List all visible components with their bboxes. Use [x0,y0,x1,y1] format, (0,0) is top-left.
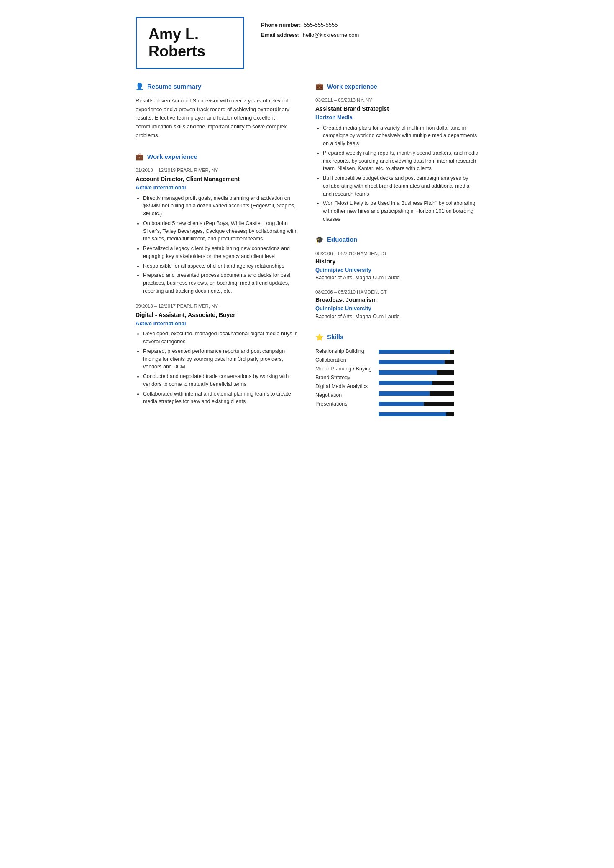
skills-section: ⭐ Skills Relationship BuildingCollaborat… [315,332,478,419]
work-meta: 09/2013 – 12/2017 PEARL RIVER, NY [136,303,299,310]
candidate-name: Amy L. Roberts [148,26,231,60]
skill-bar-bg [379,381,454,385]
edu-detail: Bachelor of Arts, Magna Cum Laude [315,313,478,321]
right-column: 💼 Work experience 03/2011 – 09/2013 NY, … [315,82,478,430]
skill-bar-fill [379,402,424,406]
work-bullet-item: Collaborated with internal and external … [143,390,299,406]
education-icon: 🎓 [315,235,324,245]
work-job-title: Account Director, Client Management [136,175,299,184]
skill-bar-bg [379,350,454,354]
summary-title: 👤 Resume summary [136,82,299,92]
skill-bar-row [379,358,478,366]
skill-bar-bg [379,391,454,396]
skill-bar-row [379,347,478,356]
email-label: Email address: [261,32,300,38]
work-bullet-item: On boarded 5 new clients (Pep Boys, Whit… [143,220,299,243]
work-bullet-item: Prepared, presented performance reports … [143,347,299,371]
header: Amy L. Roberts Phone number: 555-555-555… [136,17,478,69]
work-bullet-item: Won "Most Likely to be Used in a Busines… [323,199,478,223]
work-bullet-item: Built competitive budget decks and post … [323,174,478,198]
edu-entry: 08/2006 – 05/2010 HAMDEN, CTBroadcast Jo… [315,288,478,321]
skill-bar-fill [379,391,430,396]
edu-meta: 08/2006 – 05/2010 HAMDEN, CT [315,250,478,257]
work-bullets: Created media plans for a variety of mul… [315,124,478,223]
work-bullet-item: Conducted and negotiated trade conversat… [143,373,299,388]
education-section: 🎓 Education 08/2006 – 05/2010 HAMDEN, CT… [315,235,478,321]
skill-bar-bg [379,412,454,416]
skill-bar-bg [379,360,454,364]
left-column: 👤 Resume summary Results-driven Account … [136,82,299,430]
work-bullet-item: Prepared weekly rating reports, monthly … [323,149,478,173]
skill-bar-row [379,389,478,398]
skills-title: ⭐ Skills [315,332,478,342]
work-bullets: Directly managed profit goals, media pla… [136,194,299,295]
education-entries: 08/2006 – 05/2010 HAMDEN, CTHistoryQuinn… [315,250,478,321]
skill-bar-row [379,368,478,377]
skill-label: Presentations [315,400,372,408]
two-column-layout: 👤 Resume summary Results-driven Account … [136,82,478,430]
skill-bar-fill [379,360,445,364]
edu-degree: Broadcast Journalism [315,296,478,304]
edu-detail: Bachelor of Arts, Magna Cum Laude [315,274,478,282]
work-bullet-item: Prepared and presented process documents… [143,271,299,295]
phone-value: 555-555-5555 [304,22,338,28]
right-work-section: 💼 Work experience 03/2011 – 09/2013 NY, … [315,82,478,223]
summary-section: 👤 Resume summary Results-driven Account … [136,82,299,140]
skill-bar-fill [379,370,437,375]
work-bullet-item: Developed, executed, managed local/natio… [143,330,299,346]
work-company: Active International [136,184,299,192]
work-meta: 03/2011 – 09/2013 NY, NY [315,97,478,104]
left-work-icon: 💼 [136,152,144,162]
left-work-title: 💼 Work experience [136,152,299,162]
skill-label: Media Planning / Buying [315,365,372,373]
name-box: Amy L. Roberts [136,17,244,69]
left-work-section: 💼 Work experience 01/2018 – 12/2019 PEAR… [136,152,299,406]
work-meta: 01/2018 – 12/2019 PEARL RIVER, NY [136,167,299,174]
skills-icon: ⭐ [315,332,324,342]
skill-bar-fill [379,381,433,385]
edu-school: Quinnipiac University [315,266,478,274]
resume-page: Amy L. Roberts Phone number: 555-555-555… [119,0,495,447]
skills-labels: Relationship BuildingCollaborationMedia … [315,347,372,419]
right-work-entries: 03/2011 – 09/2013 NY, NYAssistant Brand … [315,97,478,223]
email-value: hello@kickresume.com [303,32,359,38]
skill-label: Negotiation [315,391,372,400]
work-bullet-item: Directly managed profit goals, media pla… [143,194,299,218]
skill-label: Brand Strategy [315,374,372,382]
work-entry: 03/2011 – 09/2013 NY, NYAssistant Brand … [315,97,478,223]
edu-school: Quinnipiac University [315,304,478,313]
phone-row: Phone number: 555-555-5555 [261,21,359,29]
skill-label: Collaboration [315,356,372,365]
work-bullets: Developed, executed, managed local/natio… [136,330,299,406]
skill-bar-bg [379,402,454,406]
summary-icon: 👤 [136,82,144,92]
edu-entry: 08/2006 – 05/2010 HAMDEN, CTHistoryQuinn… [315,250,478,282]
education-title: 🎓 Education [315,235,478,245]
skill-bar-row [379,379,478,387]
skills-bars [379,347,478,419]
skill-bar-row [379,410,478,419]
right-work-icon: 💼 [315,82,324,92]
work-entry: 09/2013 – 12/2017 PEARL RIVER, NYDigital… [136,303,299,406]
skill-bar-bg [379,370,454,375]
work-bullet-item: Created media plans for a variety of mul… [323,124,478,148]
skills-container: Relationship BuildingCollaborationMedia … [315,347,478,419]
work-company: Horizon Media [315,113,478,122]
work-company: Active International [136,319,299,328]
work-entry: 01/2018 – 12/2019 PEARL RIVER, NYAccount… [136,167,299,295]
skill-bar-row [379,400,478,408]
skill-label: Relationship Building [315,347,372,356]
summary-text: Results-driven Account Supervisor with o… [136,97,299,140]
phone-label: Phone number: [261,22,301,28]
contact-info: Phone number: 555-555-5555 Email address… [261,17,359,41]
right-work-title: 💼 Work experience [315,82,478,92]
work-bullet-item: Revitalized a legacy client by establish… [143,245,299,260]
email-row: Email address: hello@kickresume.com [261,31,359,39]
edu-meta: 08/2006 – 05/2010 HAMDEN, CT [315,288,478,296]
skill-label: Digital Media Analytics [315,383,372,391]
left-work-entries: 01/2018 – 12/2019 PEARL RIVER, NYAccount… [136,167,299,406]
skill-bar-fill [379,412,446,416]
work-job-title: Digital - Assistant, Associate, Buyer [136,311,299,319]
work-job-title: Assistant Brand Strategist [315,105,478,113]
edu-degree: History [315,257,478,266]
